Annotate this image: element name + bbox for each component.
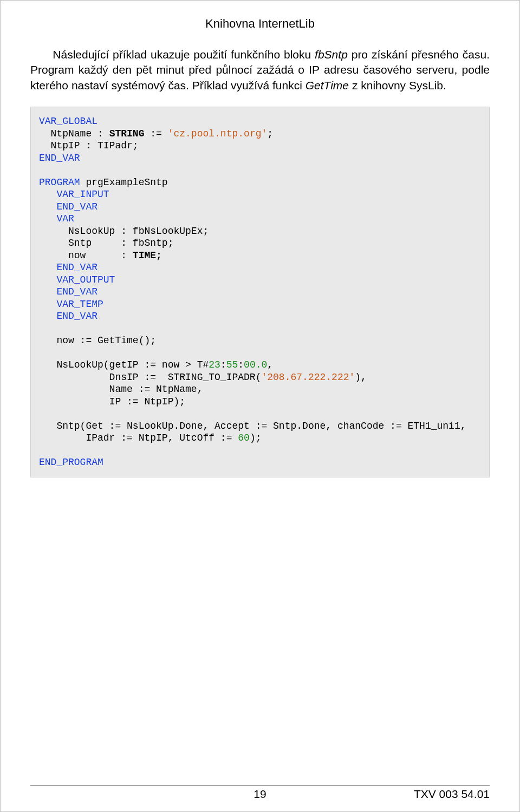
code-kw: VAR_OUTPUT (39, 274, 115, 285)
code-line: , (267, 359, 273, 370)
code-line: IP := NtpIP); (39, 396, 185, 407)
intro-paragraph: Následující příklad ukazuje použití funk… (30, 47, 490, 93)
code-string: '208.67.222.222' (261, 372, 355, 383)
code-kw: VAR_INPUT (39, 189, 109, 200)
code-line: ); (250, 433, 262, 443)
code-num: 00.0 (244, 359, 267, 370)
code-line: DnsIP := STRING_TO_IPADR( (39, 372, 261, 383)
code-line: Sntp(Get := NsLookUp.Done, Accept := Snt… (39, 421, 466, 431)
code-string: 'cz.pool.ntp.org' (168, 128, 268, 139)
code-line: := (144, 128, 167, 139)
document-page: Knihovna InternetLib Následující příklad… (0, 0, 520, 812)
code-kw: VAR_GLOBAL (39, 116, 98, 127)
page-header: Knihovna InternetLib (30, 17, 490, 31)
intro-text: Následující příklad ukazuje použití funk… (53, 48, 315, 61)
code-line: : (220, 359, 226, 370)
code-line: prgExampleSntp (80, 177, 168, 188)
code-num: 55 (226, 359, 238, 370)
code-line: ), (355, 372, 367, 383)
code-line: NsLookUp(getIP := now > T# (39, 359, 209, 370)
code-kw: VAR_TEMP (39, 299, 103, 310)
code-kw: END_VAR (39, 262, 98, 273)
code-num: 23 (209, 359, 220, 370)
code-line: ; (267, 128, 273, 139)
intro-text: z knihovny SysLib. (349, 79, 446, 91)
page-footer: 19 TXV 003 54.01 (30, 785, 490, 801)
code-type: TIME; (133, 250, 162, 261)
code-line: now := GetTime(); (39, 335, 156, 346)
code-kw: END_PROGRAM (39, 457, 103, 468)
code-kw: PROGRAM (39, 177, 80, 188)
code-kw: END_VAR (39, 286, 98, 297)
code-line: IPadr := NtpIP, UtcOff := (39, 433, 238, 443)
code-num: 60 (238, 433, 250, 443)
code-kw: END_VAR (39, 201, 98, 212)
intro-italic-2: GetTime (306, 79, 349, 91)
code-type: STRING (109, 128, 145, 139)
code-kw: END_VAR (39, 311, 98, 322)
code-line: NtpName : (39, 128, 109, 139)
code-line: Name := NtpName, (39, 384, 203, 395)
code-line: NsLookUp : fbNsLookUpEx; (39, 226, 209, 237)
document-code: TXV 003 54.01 (414, 788, 490, 801)
code-line: Sntp : fbSntp; (39, 238, 173, 248)
code-line: NtpIP : TIPadr; (39, 140, 139, 151)
code-example: VAR_GLOBAL NtpName : STRING := 'cz.pool.… (30, 107, 490, 477)
code-kw: VAR (39, 213, 74, 224)
intro-italic-1: fbSntp (315, 48, 348, 61)
code-line: now : (39, 250, 133, 261)
code-kw: END_VAR (39, 153, 80, 163)
code-line: : (238, 359, 244, 370)
